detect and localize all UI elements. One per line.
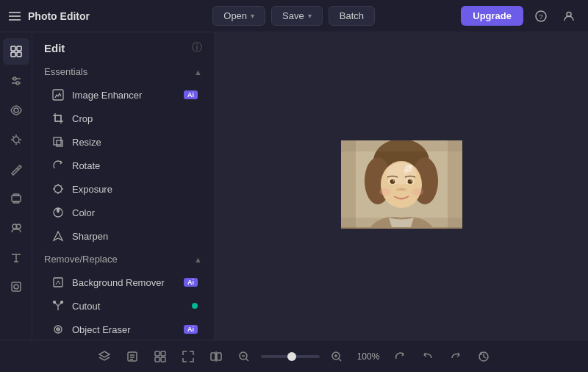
- menu-button[interactable]: [9, 12, 21, 21]
- batch-button[interactable]: Batch: [329, 6, 375, 26]
- rail-text-icon[interactable]: [3, 244, 29, 271]
- background-remover-icon: [51, 276, 65, 289]
- image-enhancer-label: Image Enhancer: [72, 90, 176, 101]
- svg-line-89: [246, 359, 248, 361]
- rail-graphics-icon[interactable]: [3, 273, 29, 300]
- svg-point-70: [404, 169, 408, 174]
- svg-point-68: [412, 188, 423, 196]
- menu-item-rotate[interactable]: Rotate: [37, 154, 209, 177]
- exposure-label: Exposure: [72, 184, 198, 195]
- zoom-in-icon[interactable]: [326, 346, 348, 368]
- refresh-icon[interactable]: [389, 346, 411, 368]
- canvas-area: [215, 32, 588, 340]
- sharpen-label: Sharpen: [72, 231, 198, 242]
- svg-point-65: [396, 188, 401, 191]
- svg-point-63: [392, 180, 394, 182]
- save-chevron-icon: ▾: [308, 12, 312, 20]
- essentials-section-header[interactable]: Essentials ▲: [32, 60, 214, 83]
- rail-view-icon[interactable]: [3, 97, 29, 124]
- resize-icon: [51, 135, 65, 149]
- svg-point-10: [16, 82, 19, 85]
- photo-container: [341, 140, 462, 232]
- menu-item-resize[interactable]: Resize: [37, 130, 209, 154]
- svg-rect-4: [17, 46, 21, 51]
- essentials-label: Essentials: [44, 66, 87, 77]
- bottom-toolbar: 100%: [0, 340, 588, 372]
- compare-icon[interactable]: [205, 346, 227, 368]
- remove-replace-chevron-icon: ▲: [194, 255, 202, 264]
- image-enhancer-ai-badge: Ai: [184, 90, 198, 99]
- zoom-percent-label: 100%: [354, 351, 383, 362]
- grid-view-icon[interactable]: [149, 346, 171, 368]
- svg-rect-3: [11, 46, 15, 51]
- svg-rect-30: [53, 90, 63, 100]
- layers-bottom-icon[interactable]: [93, 346, 115, 368]
- menu-item-cutout[interactable]: Cutout: [37, 294, 209, 318]
- svg-rect-75: [341, 218, 462, 229]
- object-eraser-icon: [51, 323, 65, 336]
- menu-item-crop[interactable]: Crop: [37, 107, 209, 130]
- svg-rect-32: [54, 137, 61, 145]
- zoom-thumb[interactable]: [287, 352, 296, 361]
- menu-item-image-enhancer[interactable]: Image Enhancer Ai: [37, 83, 209, 107]
- zoom-out-icon[interactable]: [233, 346, 255, 368]
- svg-rect-74: [341, 140, 462, 151]
- svg-point-46: [61, 301, 63, 304]
- rail-retouch-icon[interactable]: [3, 156, 29, 182]
- info-icon[interactable]: ⓘ: [192, 41, 202, 54]
- save-button[interactable]: Save ▾: [271, 6, 323, 26]
- upgrade-button[interactable]: Upgrade: [461, 6, 523, 26]
- crop-icon: [51, 112, 65, 125]
- app-header: Photo Editor Open ▾ Save ▾ Batch Upgrade…: [0, 0, 588, 32]
- remove-replace-section-header[interactable]: Remove/Replace ▲: [32, 248, 214, 271]
- menu-item-color[interactable]: Color: [37, 201, 209, 224]
- user-profile-button[interactable]: [559, 6, 579, 26]
- object-eraser-ai-badge: Ai: [184, 325, 198, 334]
- resize-label: Resize: [72, 137, 198, 148]
- redo-icon[interactable]: [445, 346, 467, 368]
- color-icon: [51, 206, 65, 219]
- svg-point-12: [13, 137, 19, 143]
- exposure-icon: [51, 182, 65, 196]
- svg-line-19: [17, 168, 18, 170]
- svg-rect-28: [12, 282, 21, 291]
- menu-item-exposure[interactable]: Exposure: [37, 177, 209, 201]
- svg-point-29: [14, 285, 18, 289]
- svg-point-45: [54, 301, 56, 304]
- svg-point-9: [13, 77, 16, 80]
- zoom-track[interactable]: [261, 355, 320, 358]
- svg-point-71: [409, 165, 412, 168]
- history-undo-icon[interactable]: [473, 346, 495, 368]
- essentials-chevron-icon: ▲: [194, 68, 202, 76]
- undo-icon[interactable]: [417, 346, 439, 368]
- menu-item-object-eraser[interactable]: Object Eraser Ai: [37, 318, 209, 340]
- svg-rect-33: [57, 140, 62, 146]
- fit-screen-icon[interactable]: [177, 346, 199, 368]
- rail-edit-icon[interactable]: [3, 38, 29, 65]
- svg-rect-31: [55, 115, 61, 121]
- rail-faces-icon[interactable]: [3, 215, 29, 241]
- menu-item-sharpen[interactable]: Sharpen: [37, 224, 209, 248]
- svg-rect-83: [161, 357, 165, 362]
- help-button[interactable]: ?: [531, 6, 551, 26]
- rail-layers-icon[interactable]: [3, 185, 29, 212]
- svg-point-61: [390, 179, 395, 184]
- zoom-slider[interactable]: [261, 355, 320, 358]
- svg-rect-44: [54, 278, 62, 287]
- rail-adjustments-icon[interactable]: [3, 68, 29, 94]
- image-enhancer-icon: [51, 88, 65, 101]
- header-center: Open ▾ Save ▾ Batch: [126, 6, 461, 26]
- crop-label: Crop: [72, 113, 198, 124]
- remove-replace-label: Remove/Replace: [44, 254, 118, 265]
- sharpen-icon: [51, 229, 65, 243]
- svg-rect-82: [155, 357, 159, 362]
- cutout-dot-badge: [192, 303, 198, 309]
- open-button[interactable]: Open ▾: [212, 6, 265, 26]
- menu-item-background-remover[interactable]: Background Remover Ai: [37, 271, 209, 294]
- svg-rect-84: [211, 353, 215, 360]
- background-remover-ai-badge: Ai: [184, 278, 198, 287]
- svg-rect-6: [17, 52, 21, 57]
- rail-effects-icon[interactable]: [3, 126, 29, 153]
- color-label: Color: [72, 207, 198, 218]
- history-bottom-icon[interactable]: [121, 346, 143, 368]
